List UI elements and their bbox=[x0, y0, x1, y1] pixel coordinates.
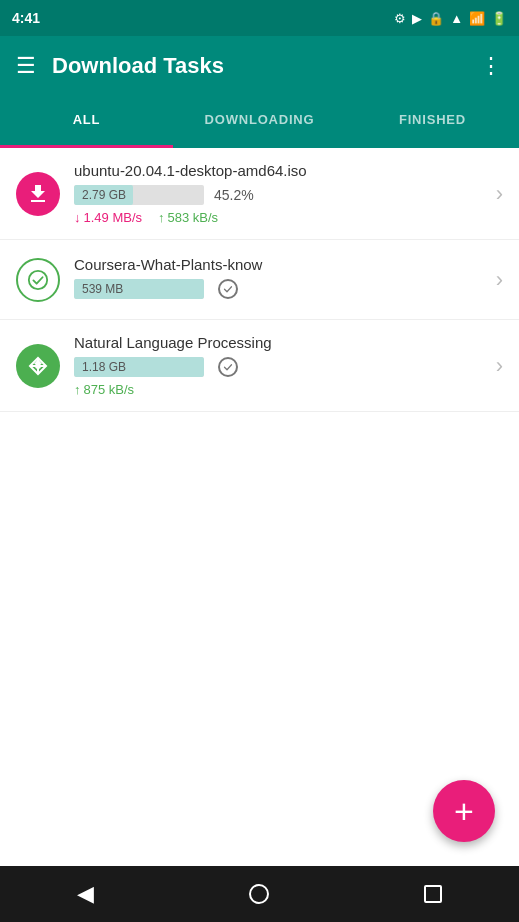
recents-button[interactable] bbox=[424, 885, 442, 903]
tabs-bar: ALL DOWNLOADING FINISHED bbox=[0, 96, 519, 148]
progress-bar-ubuntu: 2.79 GB bbox=[74, 185, 204, 205]
status-icons: ⚙ ▶ 🔒 ▲ 📶 🔋 bbox=[394, 11, 507, 26]
arrow-down-icon: ↓ bbox=[74, 210, 81, 225]
completed-icon-coursera bbox=[16, 258, 60, 302]
progress-bar-nlp: 1.18 GB bbox=[74, 357, 204, 377]
check-outline-icon-nlp bbox=[218, 357, 238, 377]
download-list: ubuntu-20.04.1-desktop-amd64.iso 2.79 GB… bbox=[0, 148, 519, 412]
plus-icon: + bbox=[454, 794, 474, 828]
app-bar-left: ☰ Download Tasks bbox=[16, 53, 224, 79]
progress-bar-coursera: 539 MB bbox=[74, 279, 204, 299]
chevron-right-icon-nlp: › bbox=[496, 353, 503, 379]
progress-row-ubuntu: 2.79 GB 45.2% bbox=[74, 185, 488, 205]
progress-size-ubuntu: 2.79 GB bbox=[82, 188, 126, 202]
item-name-coursera: Coursera-What-Plants-know bbox=[74, 256, 488, 273]
back-button[interactable]: ◀ bbox=[77, 881, 94, 907]
status-bar: 4:41 ⚙ ▶ 🔒 ▲ 📶 🔋 bbox=[0, 0, 519, 36]
speed-up-ubuntu: ↑ 583 kB/s bbox=[158, 210, 218, 225]
list-item[interactable]: Natural Language Processing 1.18 GB ↑ 87… bbox=[0, 320, 519, 412]
arrow-up-icon-nlp: ↑ bbox=[74, 382, 81, 397]
tab-finished[interactable]: FINISHED bbox=[346, 96, 519, 148]
speed-row-nlp: ↑ 875 kB/s bbox=[74, 382, 488, 397]
security-icon: 🔒 bbox=[428, 11, 444, 26]
tab-downloading[interactable]: DOWNLOADING bbox=[173, 96, 346, 148]
battery-icon: 🔋 bbox=[491, 11, 507, 26]
more-options-button[interactable]: ⋮ bbox=[480, 53, 503, 79]
signal-icon: 📶 bbox=[469, 11, 485, 26]
chevron-right-icon: › bbox=[496, 267, 503, 293]
svg-point-0 bbox=[29, 270, 47, 288]
app-bar: ☰ Download Tasks ⋮ bbox=[0, 36, 519, 96]
progress-size-nlp: 1.18 GB bbox=[82, 360, 126, 374]
speed-row-ubuntu: ↓ 1.49 MB/s ↑ 583 kB/s bbox=[74, 210, 488, 225]
bottom-nav-bar: ◀ bbox=[0, 866, 519, 922]
wifi-icon: ▲ bbox=[450, 11, 463, 26]
progress-percent-ubuntu: 45.2% bbox=[214, 187, 254, 203]
item-name-ubuntu: ubuntu-20.04.1-desktop-amd64.iso bbox=[74, 162, 488, 179]
list-item[interactable]: Coursera-What-Plants-know 539 MB › bbox=[0, 240, 519, 320]
tab-all[interactable]: ALL bbox=[0, 96, 173, 148]
speed-down-ubuntu: ↓ 1.49 MB/s bbox=[74, 210, 142, 225]
progress-row-coursera: 539 MB bbox=[74, 279, 488, 299]
status-time: 4:41 bbox=[12, 10, 40, 26]
downloading-icon bbox=[16, 172, 60, 216]
hamburger-menu-button[interactable]: ☰ bbox=[16, 53, 36, 79]
item-info-coursera: Coursera-What-Plants-know 539 MB bbox=[74, 256, 488, 304]
app-title: Download Tasks bbox=[52, 53, 224, 79]
check-outline-icon bbox=[218, 279, 238, 299]
speed-up-nlp: ↑ 875 kB/s bbox=[74, 382, 134, 397]
chevron-right-icon: › bbox=[496, 181, 503, 207]
settings-icon: ⚙ bbox=[394, 11, 406, 26]
add-download-button[interactable]: + bbox=[433, 780, 495, 842]
list-item[interactable]: ubuntu-20.04.1-desktop-amd64.iso 2.79 GB… bbox=[0, 148, 519, 240]
item-info-nlp: Natural Language Processing 1.18 GB ↑ 87… bbox=[74, 334, 488, 397]
home-button[interactable] bbox=[249, 884, 269, 904]
item-info-ubuntu: ubuntu-20.04.1-desktop-amd64.iso 2.79 GB… bbox=[74, 162, 488, 225]
play-icon: ▶ bbox=[412, 11, 422, 26]
item-name-nlp: Natural Language Processing bbox=[74, 334, 488, 351]
progress-row-nlp: 1.18 GB bbox=[74, 357, 488, 377]
arrow-up-icon: ↑ bbox=[158, 210, 165, 225]
progress-size-coursera: 539 MB bbox=[82, 282, 123, 296]
seeding-icon-nlp bbox=[16, 344, 60, 388]
